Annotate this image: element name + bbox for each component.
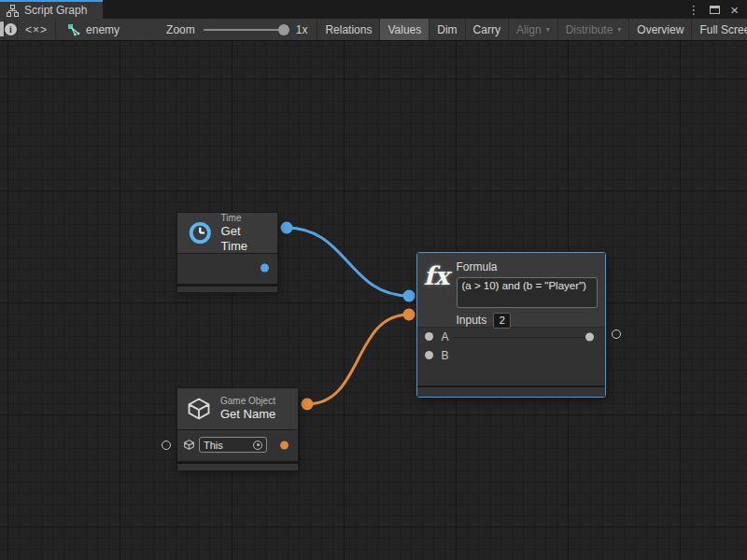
fx-icon: fx <box>424 260 450 327</box>
lock-icon <box>0 23 4 36</box>
node-footer <box>417 385 605 397</box>
zoom-slider-handle[interactable] <box>278 24 289 35</box>
zoom-label: Zoom <box>166 23 195 36</box>
unconnected-input-port[interactable] <box>162 441 171 450</box>
dim-button[interactable]: Dim <box>430 19 465 40</box>
chevron-down-icon: ▾ <box>546 25 550 34</box>
title-bar: Script Graph ⋮ × <box>0 0 747 19</box>
code-icon: <×> <box>25 23 48 36</box>
input-port-b[interactable] <box>425 351 433 359</box>
port-label-a: A <box>442 330 449 343</box>
script-graph-window: Script Graph ⋮ × i <×> enemy <box>0 0 747 560</box>
output-port-result[interactable] <box>585 332 594 341</box>
zoom-slider[interactable] <box>204 29 284 31</box>
kebab-menu-icon[interactable]: ⋮ <box>687 4 699 16</box>
node-get-time[interactable]: Time Get Time <box>177 213 277 292</box>
port-row-b: B <box>417 346 605 365</box>
graph-breadcrumb[interactable]: enemy <box>56 19 129 40</box>
node-get-name[interactable]: Game Object Get Name This <box>177 388 298 470</box>
script-graph-asset-icon <box>67 23 80 36</box>
get-time-header: Time Get Time <box>177 213 277 254</box>
target-object-field[interactable]: This <box>199 437 267 453</box>
unconnected-output-port[interactable] <box>612 329 621 339</box>
carry-button[interactable]: Carry <box>466 19 509 40</box>
graph-name: enemy <box>86 23 120 36</box>
wire-gettime-to-formula-a <box>287 228 409 296</box>
info-button[interactable]: i <box>5 19 18 40</box>
info-icon: i <box>5 23 17 35</box>
chevron-down-icon: ▾ <box>617 25 621 34</box>
node-category: Time <box>221 212 266 224</box>
node-formula[interactable]: fx Formula (a > 10) and (b = "Player") I… <box>416 252 606 398</box>
output-port-name[interactable] <box>280 441 289 449</box>
formula-expression-input[interactable]: (a > 10) and (b = "Player") <box>457 277 598 308</box>
node-title: Get Name <box>220 407 275 422</box>
cube-port-icon <box>183 439 195 451</box>
game-object-cube-icon <box>186 396 212 422</box>
zoom-control: Zoom 1x <box>129 19 317 40</box>
node-category: Game Object <box>220 395 275 407</box>
get-name-header: Game Object Get Name <box>177 388 298 430</box>
distribute-dropdown[interactable]: Distribute ▾ <box>558 19 630 40</box>
graph-canvas[interactable]: Time Get Time fx Formula (a > 10) and (b… <box>0 41 747 560</box>
inputs-label: Inputs <box>457 314 487 327</box>
window-controls: ⋮ × <box>687 0 747 19</box>
target-value: This <box>204 440 249 451</box>
code-preview-button[interactable]: <×> <box>18 19 56 40</box>
port-row-a: A <box>417 328 605 346</box>
relations-button[interactable]: Relations <box>317 19 380 40</box>
get-time-ports <box>177 254 277 281</box>
overview-button[interactable]: Overview <box>629 19 692 40</box>
full-screen-button[interactable]: Full Screen <box>692 19 747 40</box>
inputs-count-field[interactable]: 2 <box>493 313 511 329</box>
tab-title: Script Graph <box>24 4 87 17</box>
node-footer <box>177 461 298 470</box>
connection-wires <box>0 41 747 560</box>
clock-icon <box>188 219 213 246</box>
node-title: Get Time <box>221 224 266 255</box>
input-port-a[interactable] <box>425 332 433 341</box>
zoom-value: 1x <box>292 23 317 36</box>
values-button[interactable]: Values <box>380 19 430 40</box>
object-picker-icon[interactable] <box>253 441 262 450</box>
relation-line <box>453 337 585 338</box>
node-title: Formula <box>457 260 598 273</box>
maximize-icon[interactable] <box>710 6 720 14</box>
output-port-time[interactable] <box>261 263 269 272</box>
wire-getname-to-formula-b <box>307 315 409 404</box>
align-dropdown[interactable]: Align ▾ <box>509 19 558 40</box>
node-footer <box>177 284 277 292</box>
tab-script-graph[interactable]: Script Graph <box>0 0 103 19</box>
get-name-ports: This <box>177 430 298 459</box>
graph-hierarchy-icon <box>7 5 19 17</box>
close-icon[interactable]: × <box>730 3 739 17</box>
graph-toolbar: i <×> enemy Zoom 1x Relations Values Dim <box>0 19 747 41</box>
toolbar-toggle-group: Relations Values Dim Carry Align ▾ Distr… <box>317 19 747 40</box>
formula-header: fx Formula (a > 10) and (b = "Player") I… <box>417 253 605 328</box>
port-label-b: B <box>442 349 449 362</box>
